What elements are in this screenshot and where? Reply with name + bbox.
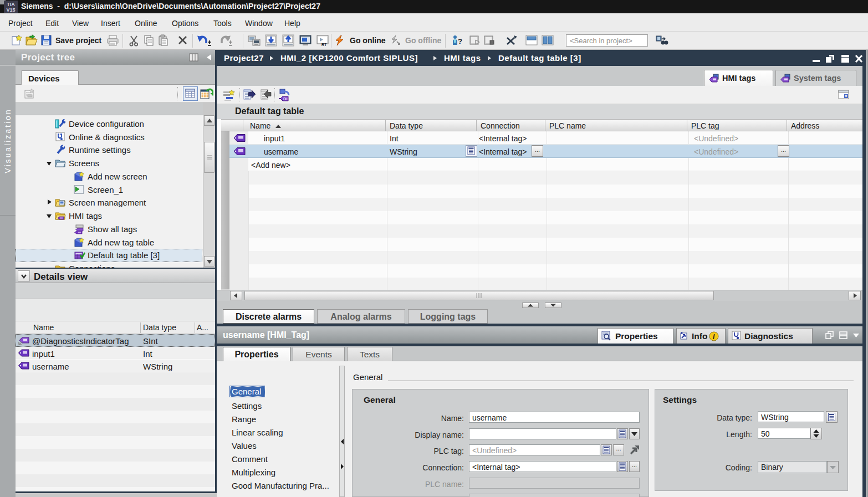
svg-text:DI: DI	[283, 96, 288, 101]
svg-text:RT: RT	[321, 43, 327, 47]
svg-text:?: ?	[458, 37, 462, 45]
